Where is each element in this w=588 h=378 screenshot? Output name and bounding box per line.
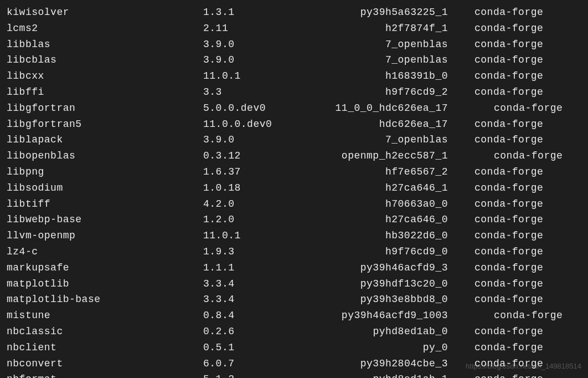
package-version: 0.8.4 <box>203 308 292 324</box>
package-list: kiwisolver1.3.1py39h5a63225_1conda-forge… <box>7 4 581 378</box>
package-row: libopenblas0.3.12openmp_h2ecc587_1conda-… <box>7 148 581 164</box>
package-version: 3.3.4 <box>203 292 292 308</box>
package-version: 1.0.18 <box>203 180 292 196</box>
package-row: libtiff4.2.0h70663a0_0conda-forge <box>7 196 581 212</box>
package-build: py_0 <box>292 340 452 356</box>
package-row: matplotlib3.3.4py39hdf13c20_0conda-forge <box>7 276 581 292</box>
package-version: 3.3.4 <box>203 276 292 292</box>
package-build: py39h46acfd9_1003 <box>292 308 452 324</box>
package-channel: conda-forge <box>452 371 543 378</box>
package-build: h27ca646_1 <box>292 180 452 196</box>
package-row: libcblas3.9.07_openblasconda-forge <box>7 52 581 68</box>
package-build: py39h5a63225_1 <box>292 4 452 21</box>
package-row: mistune0.8.4py39h46acfd9_1003conda-forge <box>7 308 581 324</box>
package-row: markupsafe1.1.1py39h46acfd9_3conda-forge <box>7 260 581 276</box>
package-channel: conda-forge <box>452 292 543 308</box>
package-row: libcxx11.0.1h168391b_0conda-forge <box>7 68 581 84</box>
package-row: nbformat5.1.2pyhd8ed1ab_1conda-forge <box>7 371 581 378</box>
package-channel: conda-forge <box>452 260 543 276</box>
package-name: markupsafe <box>7 260 203 276</box>
package-channel: conda-forge <box>452 132 543 148</box>
package-row: libblas3.9.07_openblasconda-forge <box>7 37 581 53</box>
package-name: libffi <box>7 84 203 100</box>
package-build: hb3022d6_0 <box>292 228 452 244</box>
package-row: matplotlib-base3.3.4py39h3e8bbd8_0conda-… <box>7 292 581 308</box>
package-version: 1.3.1 <box>203 4 292 21</box>
package-name: libgfortran <box>7 100 203 116</box>
package-row: libwebp-base1.2.0h27ca646_0conda-forge <box>7 212 581 228</box>
package-version: 0.5.1 <box>203 340 292 356</box>
package-channel: conda-forge <box>452 196 543 212</box>
package-build: h9f76cd9_2 <box>292 84 452 100</box>
package-channel: conda-forge <box>452 4 543 21</box>
package-build: py39h3e8bbd8_0 <box>292 292 452 308</box>
watermark-text: https://blog.csdn.net/xin_149818514 <box>466 361 581 372</box>
package-channel: conda-forge <box>452 308 563 324</box>
package-build: h168391b_0 <box>292 68 452 84</box>
package-version: 4.2.0 <box>203 196 292 212</box>
package-row: libffi3.3h9f76cd9_2conda-forge <box>7 84 581 100</box>
package-channel: conda-forge <box>452 68 543 84</box>
package-build: hdc626ea_17 <box>292 116 452 132</box>
package-row: lz4-c1.9.3h9f76cd9_0conda-forge <box>7 244 581 260</box>
package-channel: conda-forge <box>452 116 543 132</box>
package-version: 11.0.0.dev0 <box>203 116 292 132</box>
package-version: 0.3.12 <box>203 148 292 164</box>
package-channel: conda-forge <box>452 244 543 260</box>
package-name: libpng <box>7 164 203 180</box>
package-name: matplotlib <box>7 276 203 292</box>
package-channel: conda-forge <box>452 340 543 356</box>
package-build: h27ca646_0 <box>292 212 452 228</box>
package-version: 3.3 <box>203 84 292 100</box>
package-build: py39hdf13c20_0 <box>292 276 452 292</box>
package-row: kiwisolver1.3.1py39h5a63225_1conda-forge <box>7 4 581 21</box>
package-name: libcblas <box>7 52 203 68</box>
package-row: liblapack3.9.07_openblasconda-forge <box>7 132 581 148</box>
package-name: libtiff <box>7 196 203 212</box>
package-build: h9f76cd9_0 <box>292 244 452 260</box>
package-version: 2.11 <box>203 21 292 37</box>
package-build: py39h2804cbe_3 <box>292 356 452 372</box>
package-channel: conda-forge <box>452 84 543 100</box>
package-name: mistune <box>7 308 203 324</box>
package-build: 7_openblas <box>292 52 452 68</box>
package-build: 7_openblas <box>292 132 452 148</box>
package-version: 3.9.0 <box>203 52 292 68</box>
package-version: 11.0.1 <box>203 228 292 244</box>
package-name: libgfortran5 <box>7 116 203 132</box>
package-channel: conda-forge <box>452 37 543 53</box>
package-version: 1.6.37 <box>203 164 292 180</box>
package-name: liblapack <box>7 132 203 148</box>
package-channel: conda-forge <box>452 21 543 37</box>
package-name: kiwisolver <box>7 4 203 21</box>
package-build: h70663a0_0 <box>292 196 452 212</box>
package-name: lcms2 <box>7 21 203 37</box>
package-row: nbclient0.5.1py_0conda-forge <box>7 340 581 356</box>
package-build: h2f7874f_1 <box>292 21 452 37</box>
package-channel: conda-forge <box>452 180 543 196</box>
package-version: 0.2.6 <box>203 324 292 340</box>
package-row: nbclassic0.2.6pyhd8ed1ab_0conda-forge <box>7 324 581 340</box>
package-version: 5.1.2 <box>203 371 292 378</box>
package-channel: conda-forge <box>452 164 543 180</box>
package-build: openmp_h2ecc587_1 <box>292 148 452 164</box>
package-row: libsodium1.0.18h27ca646_1conda-forge <box>7 180 581 196</box>
package-name: libsodium <box>7 180 203 196</box>
package-channel: conda-forge <box>452 276 543 292</box>
package-version: 3.9.0 <box>203 37 292 53</box>
package-row: lcms22.11h2f7874f_1conda-forge <box>7 21 581 37</box>
package-build: pyhd8ed1ab_1 <box>292 371 452 378</box>
package-row: libpng1.6.37hf7e6567_2conda-forge <box>7 164 581 180</box>
package-name: nbclassic <box>7 324 203 340</box>
package-version: 11.0.1 <box>203 68 292 84</box>
package-version: 1.2.0 <box>203 212 292 228</box>
package-build: 11_0_0_hdc626ea_17 <box>292 100 452 116</box>
package-version: 3.9.0 <box>203 132 292 148</box>
package-row: llvm-openmp11.0.1hb3022d6_0conda-forge <box>7 228 581 244</box>
package-channel: conda-forge <box>452 212 543 228</box>
package-name: libcxx <box>7 68 203 84</box>
package-name: nbclient <box>7 340 203 356</box>
package-channel: conda-forge <box>452 324 543 340</box>
package-version: 5.0.0.dev0 <box>203 100 292 116</box>
package-name: llvm-openmp <box>7 228 203 244</box>
